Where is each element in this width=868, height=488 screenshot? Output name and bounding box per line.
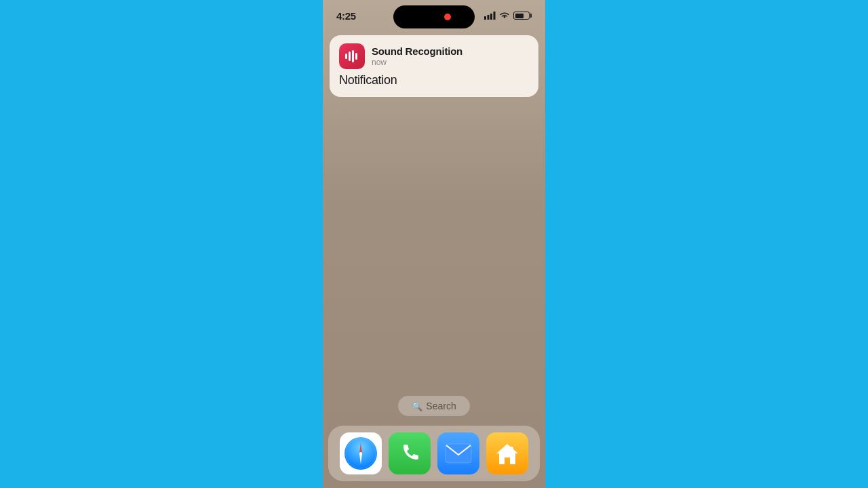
search-label: Search xyxy=(426,401,456,411)
svg-rect-3 xyxy=(494,12,496,20)
svg-point-13 xyxy=(359,452,362,455)
search-magnifier-icon: 🔍 xyxy=(412,401,422,411)
notification-app-info: Sound Recognition now xyxy=(372,45,529,67)
mail-envelope-icon xyxy=(445,443,472,464)
waveform-icon xyxy=(344,48,360,64)
phone-screen: 4:25 xyxy=(323,0,545,488)
notification-message: Notification xyxy=(339,73,529,87)
sound-recognition-app-icon xyxy=(339,43,365,69)
svg-rect-15 xyxy=(446,444,471,463)
notification-time: now xyxy=(372,58,529,67)
safari-compass-icon xyxy=(343,436,378,471)
svg-rect-2 xyxy=(490,14,492,20)
svg-rect-1 xyxy=(488,15,490,20)
notification-header: Sound Recognition now xyxy=(339,43,529,69)
battery-fill xyxy=(515,14,524,18)
svg-rect-6 xyxy=(352,50,354,62)
status-icons xyxy=(484,12,532,20)
dynamic-island xyxy=(393,5,475,28)
battery-container xyxy=(513,12,532,20)
status-bar: 4:25 xyxy=(323,0,545,30)
svg-rect-17 xyxy=(510,447,513,452)
safari-app-icon[interactable] xyxy=(340,432,382,474)
house-icon xyxy=(494,440,521,467)
battery-icon xyxy=(513,12,530,20)
phone-app-icon[interactable] xyxy=(389,432,431,474)
dock xyxy=(328,426,540,481)
home-app-icon[interactable] xyxy=(486,432,528,474)
svg-rect-4 xyxy=(345,54,347,59)
dynamic-island-dot xyxy=(444,14,451,20)
home-content: 🔍 Search xyxy=(323,97,545,488)
svg-rect-7 xyxy=(355,53,357,60)
notification-app-name: Sound Recognition xyxy=(372,45,529,57)
mail-app-icon[interactable] xyxy=(437,432,479,474)
status-time: 4:25 xyxy=(336,10,356,22)
battery-tip xyxy=(530,14,532,18)
phone-handset-icon xyxy=(397,441,422,466)
wifi-icon xyxy=(499,12,510,20)
svg-rect-5 xyxy=(349,52,351,61)
svg-rect-0 xyxy=(484,16,486,20)
signal-icon xyxy=(484,12,496,20)
search-button[interactable]: 🔍 Search xyxy=(398,396,469,416)
notification-card[interactable]: Sound Recognition now Notification xyxy=(330,35,538,97)
